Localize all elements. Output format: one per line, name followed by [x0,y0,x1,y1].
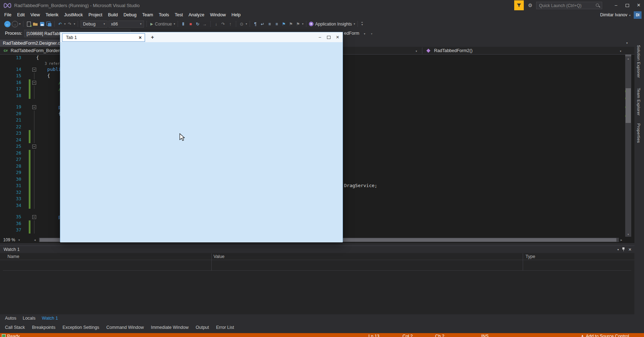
pin-icon[interactable] [622,247,625,252]
quick-launch-input[interactable] [537,3,595,8]
app-window-titlebar[interactable]: Tab 1 ✕ + – ✕ [60,32,343,42]
vertical-scroll-thumb[interactable] [626,88,631,123]
menu-item[interactable]: File [1,11,14,19]
zoom-caret-icon[interactable]: ▾ [18,238,20,242]
break-all-icon[interactable]: ‖ [181,22,187,27]
fold-collapse-box[interactable] [32,81,36,85]
tool-window-tab[interactable]: Call Stack [3,323,27,332]
editor-vertical-scrollbar[interactable]: ▴ ▾ [625,55,631,237]
status-insert-mode[interactable]: INS [481,334,489,337]
side-tool-tab[interactable]: Properties [637,123,641,143]
tool-window-tab[interactable]: Command Window [104,323,146,332]
new-file-icon[interactable] [26,21,32,27]
navigate-forward-button[interactable]: → [12,21,18,27]
scroll-left-icon[interactable]: ◂ [34,237,36,243]
panel-tab[interactable]: Locals [20,314,38,322]
navigation-caret[interactable]: ▾ [19,22,21,26]
column-header[interactable]: Name [7,253,19,260]
indent-icon[interactable]: ≡ [267,22,273,27]
panel-tab[interactable]: Autos [2,314,19,322]
panel-splitter[interactable] [0,243,634,246]
undo-caret[interactable]: ▾ [64,22,66,26]
side-tool-tab[interactable]: Team Explorer [637,88,641,116]
status-column[interactable]: Col 2 [402,334,413,337]
radtabbedform-app-window[interactable]: Tab 1 ✕ + – ✕ [60,32,343,242]
show-next-statement-icon[interactable]: → [202,22,208,27]
app-minimize-button[interactable]: – [317,35,323,40]
bookmark-icon[interactable]: ⚑ [281,22,287,27]
prev-bookmark-icon[interactable]: ⚑ [288,22,294,27]
navigate-back-button[interactable]: ← [4,21,11,27]
fold-collapse-box[interactable] [32,145,36,148]
window-position-caret[interactable]: ▾ [617,248,619,251]
menu-item[interactable]: Test [172,11,186,19]
formatting-marks-icon[interactable]: ¶ [252,22,259,27]
tool-window-tab[interactable]: Error List [214,323,236,332]
maximize-button[interactable] [622,0,633,10]
save-all-icon[interactable] [46,21,52,27]
menu-item[interactable]: Window [207,11,228,19]
solution-platforms-dropdown[interactable]: x86▾ [109,21,144,28]
tool-window-tab[interactable]: Immediate Window [149,323,190,332]
scroll-right-icon[interactable]: ▸ [621,237,622,243]
scope-dropdown[interactable]: RadTabbedForm_Borders [11,47,62,55]
zoom-level[interactable]: 109 % [3,237,15,243]
status-character[interactable]: Ch 2 [435,334,444,337]
debug-toolbar-overflow-caret[interactable]: ▾ [371,32,372,35]
menu-item[interactable]: Analyze [186,11,207,19]
step-over-icon[interactable]: ↷ [220,22,226,27]
breakpoint-caret[interactable]: ▾ [246,22,247,26]
menu-item[interactable]: Build [105,11,121,19]
menu-item[interactable]: Tools [156,11,172,19]
scroll-up-icon[interactable]: ▴ [625,56,631,61]
application-insights-caret[interactable]: ▾ [354,22,355,26]
funnel-icon-button[interactable] [514,0,524,10]
avatar[interactable]: DI [634,11,642,19]
application-insights-button[interactable]: Application Insights [315,22,352,27]
menu-item[interactable]: Telerik [43,11,61,19]
add-to-source-control-button[interactable]: Add to Source Control [586,334,629,337]
thread-dropdown-caret[interactable]: ▾ [364,32,365,35]
open-file-icon[interactable] [33,21,38,27]
column-header[interactable]: Type [526,253,535,260]
next-bookmark-icon[interactable]: ⚑ [295,22,301,27]
status-line[interactable]: Ln 13 [368,334,379,337]
continue-button[interactable]: Continue [155,22,172,27]
fold-collapse-box[interactable] [32,68,36,72]
menu-item[interactable]: Edit [14,11,28,19]
column-header[interactable]: Value [213,253,224,260]
member-dropdown[interactable]: RadTabbedForm2() [434,47,472,55]
close-button[interactable]: ✕ [633,0,644,10]
quick-launch-box[interactable] [536,2,602,9]
watch-title-bar[interactable]: Watch 1 ▾ ✕ [0,246,634,253]
restart-icon[interactable]: ↻ [195,22,201,27]
step-out-icon[interactable]: ↑ [227,22,233,27]
menu-item[interactable]: JustMock [61,11,86,19]
scroll-down-icon[interactable]: ▾ [625,232,631,237]
codelens-references[interactable]: 3 refere [36,62,62,66]
redo-caret[interactable]: ▾ [74,22,75,26]
extension-icon-button[interactable]: ⚙ [526,1,534,10]
menu-item[interactable]: Debug [121,11,139,19]
thread-dropdown-fragment[interactable]: edForm [344,29,359,38]
undo-icon[interactable]: ↶ [57,22,63,27]
app-close-button[interactable]: ✕ [335,35,340,40]
save-icon[interactable] [39,21,45,27]
breakpoint-settings-icon[interactable]: ⊙ [239,22,245,27]
fold-collapse-box[interactable] [32,215,36,219]
side-tool-tab[interactable]: Solution Explorer [637,45,641,78]
menu-item[interactable]: Team [139,11,156,19]
outdent-icon[interactable]: ≡ [274,22,280,27]
minimize-button[interactable]: – [611,0,621,10]
step-into-icon[interactable]: ↓ [213,22,219,27]
add-tab-button[interactable]: + [149,32,156,42]
app-window-content[interactable] [60,42,343,242]
stop-debugging-icon[interactable]: ■ [188,22,194,27]
tab-close-icon[interactable]: ✕ [139,34,142,41]
solution-configurations-dropdown[interactable]: Debug▾ [80,21,107,28]
scope-dropdown-caret[interactable]: ▾ [416,50,417,53]
panel-tab[interactable]: Watch 1 [39,314,61,322]
app-tab-1[interactable]: Tab 1 ✕ [62,33,145,42]
word-wrap-icon[interactable]: ↵ [260,22,266,27]
member-dropdown-caret[interactable]: ▾ [620,50,621,53]
